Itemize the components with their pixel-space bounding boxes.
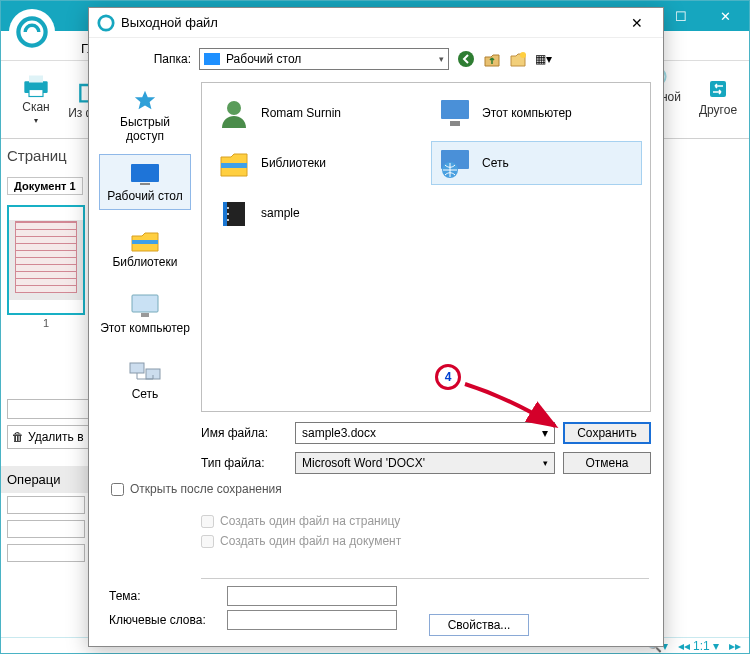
user-icon: [217, 96, 251, 130]
item-libraries[interactable]: Библиотеки: [210, 141, 421, 185]
svg-point-9: [520, 52, 526, 58]
folder-combo[interactable]: Рабочий стол ▾: [199, 48, 449, 70]
back-icon[interactable]: [457, 50, 475, 68]
svg-rect-15: [130, 363, 144, 373]
document-tab[interactable]: Документ 1: [7, 177, 83, 195]
svg-rect-10: [131, 164, 159, 182]
status-next[interactable]: ▸▸: [729, 639, 741, 653]
chevron-down-icon: ▾: [543, 458, 548, 468]
cancel-button[interactable]: Отмена: [563, 452, 651, 474]
page-actions: 🗑Удалить в: [7, 399, 89, 449]
svg-rect-3: [29, 90, 43, 97]
item-user-folder[interactable]: Romam Surnin: [210, 91, 421, 135]
svg-rect-24: [223, 202, 227, 226]
dialog-titlebar: Выходной файл ✕: [89, 8, 663, 38]
dialog-toolstrip: ▦▾: [457, 50, 552, 68]
item-network[interactable]: Сеть: [431, 141, 642, 185]
one-file-per-page-checkbox: Создать один файл на страницу: [201, 514, 651, 528]
topic-label: Тема:: [109, 589, 219, 603]
folder-label: Папка:: [101, 52, 191, 66]
folder-dark-icon: [217, 196, 251, 230]
dialog-title: Выходной файл: [121, 15, 619, 30]
svg-rect-18: [441, 100, 469, 119]
monitor-icon: [128, 293, 162, 319]
pages-header: Страниц: [7, 147, 67, 164]
filetype-label: Тип файла:: [201, 456, 287, 470]
up-icon[interactable]: [483, 50, 501, 68]
keywords-label: Ключевые слова:: [109, 613, 219, 627]
svg-point-7: [99, 15, 113, 29]
maximize-button[interactable]: ☐: [659, 2, 703, 30]
trash-icon: 🗑: [12, 430, 24, 444]
svg-point-17: [227, 101, 241, 115]
place-libraries[interactable]: Библиотеки: [99, 220, 191, 276]
svg-rect-2: [29, 76, 43, 83]
svg-rect-11: [140, 183, 150, 185]
place-this-pc[interactable]: Этот компьютер: [99, 286, 191, 342]
app-icon: [97, 14, 115, 32]
svg-point-8: [458, 51, 474, 67]
topic-input[interactable]: [227, 586, 397, 606]
other-button[interactable]: Другое: [693, 65, 743, 129]
svg-rect-20: [221, 163, 247, 168]
page-thumbnail[interactable]: [7, 205, 85, 315]
annotation-arrow-icon: [459, 378, 569, 438]
page-range-input[interactable]: [7, 399, 89, 419]
printer-icon: [22, 74, 50, 98]
op-row[interactable]: [7, 544, 85, 562]
op-row[interactable]: [7, 520, 85, 538]
svg-point-25: [227, 207, 229, 209]
file-list-pane[interactable]: Romam Surnin Этот компьютер Библиотеки С…: [201, 82, 651, 412]
view-menu-icon[interactable]: ▦▾: [535, 52, 552, 66]
op-row[interactable]: [7, 496, 85, 514]
place-network[interactable]: Сеть: [99, 352, 191, 408]
dialog-close-button[interactable]: ✕: [619, 9, 655, 37]
svg-point-26: [227, 213, 229, 215]
item-this-pc[interactable]: Этот компьютер: [431, 91, 642, 135]
svg-rect-12: [132, 240, 158, 244]
filename-label: Имя файла:: [201, 426, 287, 440]
places-bar: Быстрый доступ Рабочий стол Библиотеки Э…: [95, 82, 195, 412]
svg-point-0: [18, 18, 45, 45]
delete-button[interactable]: 🗑Удалить в: [7, 425, 89, 449]
svg-rect-14: [141, 313, 149, 317]
metadata-section: Тема: Ключевые слова: Свойства...: [109, 586, 651, 634]
keywords-input[interactable]: [227, 610, 397, 630]
operations-list: [7, 496, 85, 562]
open-after-checkbox[interactable]: Открыть после сохранения: [111, 482, 651, 496]
annotation-step-marker: 4: [435, 364, 461, 390]
svg-rect-6: [710, 81, 726, 97]
scan-button[interactable]: Скан ▾: [11, 68, 61, 132]
chevron-down-icon: ▾: [34, 116, 38, 125]
save-form: Имя файла: sample3.docx▾ Сохранить Тип ф…: [201, 422, 651, 548]
app-close-button[interactable]: ✕: [703, 2, 747, 30]
place-desktop[interactable]: Рабочий стол: [99, 154, 191, 210]
save-button[interactable]: Сохранить: [563, 422, 651, 444]
chevron-down-icon: ▾: [439, 54, 444, 64]
svg-rect-19: [450, 121, 460, 126]
app-logo-icon: [9, 9, 55, 55]
operations-header: Операци: [1, 466, 89, 493]
svg-point-27: [227, 219, 229, 221]
swap-icon: [704, 77, 732, 101]
new-folder-icon[interactable]: [509, 50, 527, 68]
properties-button[interactable]: Свойства...: [429, 614, 529, 636]
network-icon: [128, 359, 162, 385]
filetype-combo[interactable]: Microsoft Word 'DOCX'▾: [295, 452, 555, 474]
network-globe-icon: [438, 146, 472, 180]
desktop-icon: [128, 161, 162, 187]
status-zoom[interactable]: ◂◂ 1:1 ▾: [678, 639, 719, 653]
place-quick-access[interactable]: Быстрый доступ: [99, 88, 191, 144]
libraries-icon: [128, 227, 162, 253]
item-sample-folder[interactable]: sample: [210, 191, 421, 235]
monitor-icon: [438, 96, 472, 130]
svg-rect-13: [132, 295, 158, 312]
star-icon: [128, 89, 162, 113]
save-dialog: Выходной файл ✕ Папка: Рабочий стол ▾ ▦▾…: [88, 7, 664, 647]
libraries-icon: [217, 146, 251, 180]
one-file-per-doc-checkbox: Создать один файл на документ: [201, 534, 651, 548]
desktop-icon: [204, 53, 220, 65]
